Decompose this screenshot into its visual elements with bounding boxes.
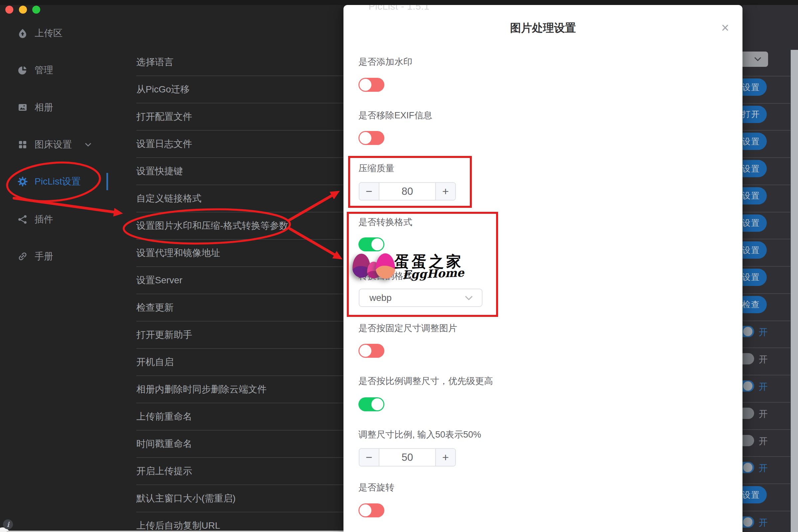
menu-item-label: 默认主窗口大小(需重启) (136, 492, 236, 505)
divider (742, 402, 790, 403)
menu-item[interactable]: 设置图片水印和压缩-格式转换等参数 (136, 212, 346, 240)
annotation-arrowhead (113, 208, 123, 217)
link-icon (17, 251, 28, 262)
toggle-knob (372, 239, 383, 250)
divider (742, 266, 790, 267)
divider (742, 130, 790, 131)
menu-item[interactable]: 开机自启 (136, 349, 346, 376)
chevron-down-icon (754, 57, 762, 62)
sidebar-item-album[interactable]: 相册 (17, 100, 53, 115)
resize-percent-value[interactable]: 50 (379, 449, 435, 466)
menu-item[interactable]: 设置日志文件 (136, 131, 346, 158)
menu-item-label: 设置快捷键 (136, 165, 183, 177)
menu-item[interactable]: 自定义链接格式 (136, 185, 346, 212)
menu-item[interactable]: 相册内删除时同步删除云端文件 (136, 376, 346, 403)
dialog-title: 图片处理设置 (343, 21, 742, 36)
toggle-knob (359, 79, 372, 91)
menu-item[interactable]: 设置快捷键 (136, 158, 346, 185)
menu-item[interactable]: 开启上传提示 (136, 458, 346, 485)
divider (742, 483, 790, 484)
quality-stepper: − 80 + (359, 182, 456, 201)
plus-icon[interactable]: + (435, 183, 455, 200)
divider (742, 239, 790, 240)
toggle-state-label: 开 (759, 326, 768, 338)
fixed-resize-toggle[interactable] (358, 344, 384, 358)
sidebar-item-piclist-settings[interactable]: PicList设置 (17, 174, 80, 189)
ratio-resize-toggle[interactable] (358, 397, 384, 411)
menu-item-label: 检查更新 (136, 301, 174, 314)
menu-item[interactable]: 默认主窗口大小(需重启) (136, 485, 346, 512)
rotate-toggle[interactable] (358, 504, 384, 517)
menu-item[interactable]: 打开更新助手 (136, 322, 346, 349)
annotation-arrow-shaft (14, 198, 114, 212)
sidebar-item-plugins[interactable]: 插件 (17, 212, 53, 227)
menu-item[interactable]: 打开配置文件 (136, 103, 346, 131)
watermark-toggle[interactable] (358, 78, 384, 92)
convert-format-toggle[interactable] (358, 238, 384, 251)
divider (742, 212, 790, 212)
toggle-state-label: 开 (759, 517, 768, 529)
divider (742, 185, 790, 185)
scrollbar[interactable] (791, 50, 798, 532)
toggle-knob (359, 345, 372, 357)
divider (742, 375, 790, 375)
divider (742, 347, 790, 348)
menu-item[interactable]: 设置Server (136, 267, 346, 294)
toggle-knob (743, 327, 753, 336)
cloud-upload-icon (17, 28, 28, 39)
piclist-app-window: PicList - 1.5.1 上传区 管理 相册 图床设置 (0, 0, 798, 532)
menu-item-label: 相册内删除时同步删除云端文件 (136, 383, 267, 396)
quality-label: 压缩质量 (358, 162, 394, 174)
toggle-state-label: 开 (759, 354, 768, 365)
toggle-state-label: 开 (759, 408, 768, 420)
target-format-select[interactable]: webp (359, 289, 482, 307)
menu-item[interactable]: 上传前重命名 (136, 403, 346, 431)
grid-icon (17, 139, 28, 150)
toggle-knob (372, 398, 383, 410)
menu-item[interactable]: 从PicGo迁移 (136, 76, 346, 103)
sidebar-item-manual[interactable]: 手册 (17, 249, 53, 264)
menu-item[interactable]: 设置代理和镜像地址 (136, 240, 346, 267)
menu-item[interactable]: 选择语言 (136, 49, 346, 76)
ratio-resize-label: 是否按比例调整尺寸，优先级更高 (358, 375, 493, 387)
menu-item[interactable]: 上传后自动复制URL (136, 512, 346, 532)
divider (742, 103, 790, 104)
maximize-traffic-icon[interactable] (32, 6, 40, 14)
pie-chart-icon (17, 65, 28, 75)
close-icon[interactable]: × (716, 18, 735, 37)
menu-item-label: 选择语言 (136, 56, 174, 69)
minimize-traffic-icon[interactable] (19, 6, 27, 14)
menu-item-label: 自定义链接格式 (136, 192, 202, 205)
resize-percent-label: 调整尺寸比例, 输入50表示50% (358, 429, 481, 440)
menu-item-label: 时间戳重命名 (136, 438, 192, 450)
sidebar-item-manage[interactable]: 管理 (17, 63, 53, 77)
divider (742, 429, 790, 430)
quality-value[interactable]: 80 (379, 183, 435, 200)
sidebar-item-label: 上传区 (35, 27, 62, 40)
minus-icon[interactable]: − (359, 449, 379, 466)
image-processing-dialog: 图片处理设置 × 是否添加水印 是否移除EXIF信息 压缩质量 − 80 + 是… (343, 5, 742, 532)
menu-item[interactable]: 时间戳重命名 (136, 431, 346, 458)
sidebar-item-upload[interactable]: 上传区 (17, 26, 62, 41)
plus-icon[interactable]: + (435, 449, 455, 466)
image-icon (17, 102, 28, 113)
toggle-knob (359, 132, 372, 144)
gear-icon (17, 176, 28, 187)
close-traffic-icon[interactable] (5, 6, 13, 14)
sidebar-item-bed-settings[interactable]: 图床设置 (17, 137, 92, 152)
menu-item-label: 开机自启 (136, 356, 174, 368)
menu-item[interactable]: 检查更新 (136, 294, 346, 322)
chevron-down-icon (464, 295, 474, 301)
info-icon[interactable]: i (3, 519, 13, 529)
divider (742, 293, 790, 294)
toggle-state-label: 开 (759, 435, 768, 447)
toggle-knob (743, 463, 753, 472)
exif-toggle[interactable] (358, 131, 384, 145)
sidebar-item-label: 相册 (35, 101, 53, 114)
toggle-state-label: 开 (759, 462, 768, 474)
chevron-down-icon (84, 142, 92, 147)
sidebar-item-label: 插件 (35, 213, 53, 226)
sidebar-item-label: 图床设置 (35, 138, 72, 151)
divider (742, 456, 790, 457)
minus-icon[interactable]: − (359, 183, 379, 200)
